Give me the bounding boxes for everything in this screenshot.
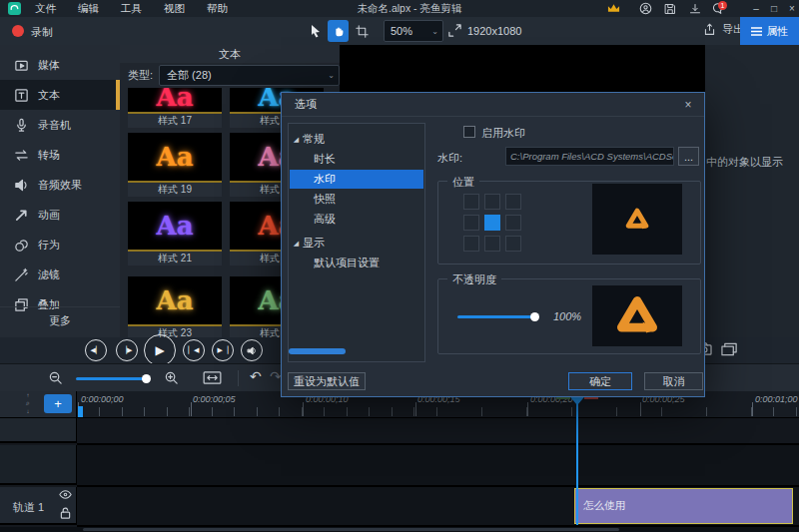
position-cell-bottom-right[interactable] bbox=[505, 236, 521, 252]
download-icon[interactable] bbox=[687, 1, 703, 16]
tree-expanded-icon[interactable]: ◢ bbox=[290, 136, 303, 144]
left-sidebar: 媒体 文本 录音机 转场 音频效果 动画 行为 滤镜 bbox=[0, 45, 121, 337]
go-to-end-button[interactable]: ▶▕ bbox=[212, 339, 234, 361]
opacity-slider-handle[interactable] bbox=[530, 312, 539, 321]
sidebar-item-media[interactable]: 媒体 bbox=[0, 50, 120, 80]
enable-watermark-checkbox[interactable] bbox=[463, 126, 475, 138]
account-icon[interactable] bbox=[637, 1, 653, 16]
position-cell-top-center[interactable] bbox=[484, 194, 500, 210]
position-cell-bottom-left[interactable] bbox=[463, 236, 479, 252]
timeline-zoom-slider-handle[interactable] bbox=[142, 374, 151, 383]
tree-expanded-icon[interactable]: ◢ bbox=[290, 240, 303, 248]
browse-button[interactable]: ... bbox=[678, 147, 699, 166]
close-button[interactable]: × bbox=[783, 0, 799, 16]
next-frame-button[interactable]: ▕▶ bbox=[116, 339, 138, 361]
properties-empty-hint: 中的对象以显示 bbox=[706, 155, 783, 170]
ruler-major-ticks bbox=[78, 402, 799, 416]
app-window: 文件 编辑 工具 视图 帮助 未命名.alpx - 亮鱼剪辑 1 – □ × 录… bbox=[0, 0, 799, 532]
ok-button[interactable]: 确定 bbox=[568, 372, 632, 390]
style-tile-21[interactable]: Aa 样式 21 bbox=[128, 202, 222, 266]
sidebar-item-behaviors[interactable]: 行为 bbox=[0, 230, 120, 260]
record-label[interactable]: 录制 bbox=[31, 25, 53, 40]
vertical-zoom-control[interactable]: ↑⌕↓ bbox=[22, 392, 34, 416]
watermark-path-input[interactable]: C:\Program Files\ACD Systems\ACDSee Lux bbox=[505, 147, 674, 166]
speaker-icon bbox=[14, 178, 29, 193]
arrow-up-right-icon bbox=[14, 208, 29, 223]
menu-tools[interactable]: 工具 bbox=[110, 0, 153, 17]
tree-item-snapshot[interactable]: 快照 bbox=[290, 190, 423, 209]
go-to-start-button[interactable]: ▏◀ bbox=[183, 339, 205, 361]
style-tile-23[interactable]: Aa 样式 23 bbox=[128, 276, 222, 337]
position-cell-middle-left[interactable] bbox=[463, 215, 479, 231]
playhead-line[interactable] bbox=[576, 404, 578, 525]
add-track-button[interactable]: + bbox=[44, 394, 72, 413]
timeline-lane-1[interactable] bbox=[77, 418, 799, 445]
timeline-clip[interactable]: 怎么使用 bbox=[574, 488, 793, 524]
position-cell-middle-right[interactable] bbox=[505, 215, 521, 231]
tree-item-advanced[interactable]: 高级 bbox=[290, 210, 423, 229]
lock-icon[interactable] bbox=[60, 507, 71, 519]
frames-icon[interactable] bbox=[721, 342, 738, 356]
timeline-lane-2[interactable] bbox=[77, 445, 799, 487]
type-dropdown[interactable]: 全部 (28) ⌄ bbox=[159, 65, 340, 86]
menu-edit[interactable]: 编辑 bbox=[67, 0, 110, 17]
position-cell-top-left[interactable] bbox=[463, 194, 479, 210]
sidebar-item-recorder[interactable]: 录音机 bbox=[0, 110, 120, 140]
volume-button[interactable] bbox=[241, 339, 263, 361]
crop-tool[interactable] bbox=[352, 21, 372, 41]
minimize-button[interactable]: – bbox=[747, 0, 765, 16]
zoom-in-icon[interactable] bbox=[164, 370, 179, 385]
play-button[interactable]: ▶ bbox=[144, 334, 176, 366]
sidebar-more-button[interactable]: 更多 bbox=[0, 306, 120, 333]
sidebar-item-text[interactable]: 文本 bbox=[0, 80, 120, 110]
select-cursor-tool[interactable] bbox=[306, 21, 326, 41]
sidebar-item-transitions[interactable]: 转场 bbox=[0, 140, 120, 170]
notification-badge: 1 bbox=[718, 1, 727, 10]
prev-frame-button[interactable]: ◀▏ bbox=[85, 339, 107, 361]
timeline-zoom-slider[interactable] bbox=[76, 377, 150, 380]
tree-horizontal-scrollbar[interactable] bbox=[289, 348, 346, 354]
redo-button[interactable]: ↷ bbox=[270, 368, 282, 384]
behaviors-icon bbox=[14, 238, 29, 253]
menu-help[interactable]: 帮助 bbox=[196, 0, 239, 17]
sidebar-item-animation[interactable]: 动画 bbox=[0, 200, 120, 230]
position-cell-bottom-center[interactable] bbox=[484, 236, 500, 252]
style-tile-17[interactable]: Aa 样式 17 bbox=[128, 88, 222, 128]
eye-icon[interactable] bbox=[59, 489, 72, 500]
zoom-level-dropdown[interactable]: 50% ⌄ bbox=[384, 20, 443, 42]
timeline-scrollbar-handle[interactable] bbox=[83, 528, 619, 531]
transitions-icon bbox=[14, 148, 29, 163]
undo-button[interactable]: ↶ bbox=[250, 368, 262, 384]
dialog-close-icon[interactable]: × bbox=[680, 97, 696, 113]
tree-item-general[interactable]: ◢常规 bbox=[290, 130, 423, 149]
app-logo-icon bbox=[8, 2, 21, 15]
sidebar-item-audio-effects[interactable]: 音频效果 bbox=[0, 170, 120, 200]
properties-button[interactable]: 属性 bbox=[740, 17, 799, 45]
clip-label: 怎么使用 bbox=[583, 499, 625, 513]
menu-view[interactable]: 视图 bbox=[153, 0, 196, 17]
ruler-label: 0:00:01;00 bbox=[755, 394, 798, 404]
style-tile-19[interactable]: Aa 样式 19 bbox=[128, 133, 222, 197]
tree-item-display[interactable]: ◢显示 bbox=[290, 234, 423, 253]
sidebar-item-filters[interactable]: 滤镜 bbox=[0, 260, 120, 289]
position-group-label: 位置 bbox=[447, 175, 479, 190]
menu-file[interactable]: 文件 bbox=[24, 0, 67, 17]
vip-crown-icon[interactable] bbox=[605, 1, 621, 16]
position-cell-center-selected[interactable] bbox=[484, 215, 500, 231]
maximize-button[interactable]: □ bbox=[765, 0, 783, 16]
position-cell-top-right[interactable] bbox=[505, 194, 521, 210]
hand-pan-tool[interactable] bbox=[328, 20, 349, 42]
save-icon[interactable] bbox=[662, 1, 678, 16]
record-button[interactable] bbox=[12, 25, 24, 37]
timeline-scrollbar[interactable] bbox=[0, 527, 799, 532]
cancel-button[interactable]: 取消 bbox=[644, 372, 703, 390]
tree-item-watermark[interactable]: 水印 bbox=[290, 170, 423, 189]
options-tree: ◢常规 时长 水印 快照 高级 ◢显示 默认项目设置 bbox=[288, 123, 425, 362]
ruler-label: 0:00:00;00 bbox=[81, 394, 124, 404]
opacity-slider[interactable] bbox=[457, 315, 537, 318]
reset-defaults-button[interactable]: 重设为默认值 bbox=[288, 372, 366, 390]
tree-item-default-project-settings[interactable]: 默认项目设置 bbox=[290, 254, 423, 272]
zoom-out-icon[interactable] bbox=[48, 370, 63, 385]
fit-timeline-icon[interactable] bbox=[203, 371, 222, 384]
tree-item-duration[interactable]: 时长 bbox=[290, 150, 423, 169]
